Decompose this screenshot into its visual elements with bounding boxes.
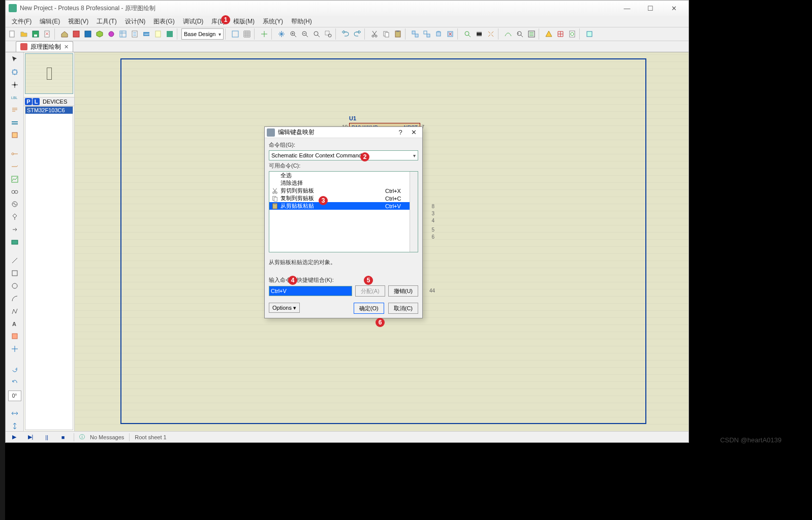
block-rotate-icon[interactable] xyxy=(433,28,444,40)
rotate-ccw-icon[interactable] xyxy=(9,378,20,388)
circle-2d-icon[interactable] xyxy=(9,281,20,291)
block-delete-icon[interactable] xyxy=(445,28,456,40)
unassign-button[interactable]: 撤销(U) xyxy=(388,285,418,297)
text-2d-icon[interactable]: A xyxy=(9,318,20,329)
list-item[interactable]: 清除选择 xyxy=(269,179,418,187)
zoom-out-icon[interactable] xyxy=(299,28,310,40)
probe-v-icon[interactable] xyxy=(9,212,20,222)
menu-system[interactable]: 系统(Y) xyxy=(259,16,287,27)
dialog-close-icon[interactable]: ✕ xyxy=(407,128,420,136)
options-button[interactable]: Options▾ xyxy=(269,303,300,313)
pause-icon[interactable]: || xyxy=(41,433,52,442)
generator-tool-icon[interactable] xyxy=(9,199,20,210)
play-icon[interactable]: ▶ xyxy=(9,433,20,442)
ide-icon[interactable] xyxy=(164,28,175,40)
paste-icon[interactable] xyxy=(392,28,403,40)
search-icon[interactable]: A xyxy=(514,28,525,40)
subcircuit-tool-icon[interactable] xyxy=(9,130,20,141)
p-button[interactable]: P xyxy=(25,98,32,105)
mirror-v-icon[interactable] xyxy=(9,420,20,431)
bus-tool-icon[interactable] xyxy=(9,117,20,128)
commands-listbox[interactable]: 全选 清除选择 剪切到剪贴板Ctrl+X 复制到剪贴板Ctrl+C 从剪贴板粘贴… xyxy=(269,171,418,252)
block-move-icon[interactable] xyxy=(421,28,432,40)
decompose-icon[interactable] xyxy=(485,28,496,40)
list-item[interactable]: STM32F103C6 xyxy=(25,107,73,114)
menu-design[interactable]: 设计(N) xyxy=(121,16,150,27)
ok-button[interactable]: 确定(O) xyxy=(354,303,384,314)
tab-schematic[interactable]: 原理图绘制 ✕ xyxy=(16,41,73,52)
pin-tool-icon[interactable] xyxy=(9,161,20,172)
grid-icon[interactable] xyxy=(241,28,253,40)
assign-button[interactable]: 分配(A) xyxy=(355,285,385,297)
3d-icon[interactable] xyxy=(94,28,105,40)
schematic-icon[interactable] xyxy=(71,28,82,40)
gerber-icon[interactable] xyxy=(106,28,117,40)
stop-icon[interactable]: ■ xyxy=(57,433,69,442)
zoom-all-icon[interactable] xyxy=(311,28,322,40)
l-button[interactable]: L xyxy=(33,98,40,105)
graph-tool-icon[interactable] xyxy=(9,174,20,184)
property-icon[interactable] xyxy=(526,28,537,40)
block-copy-icon[interactable] xyxy=(410,28,421,40)
origin-icon[interactable] xyxy=(259,28,270,40)
menu-debug[interactable]: 调试(D) xyxy=(179,16,208,27)
menu-help[interactable]: 帮助(H) xyxy=(287,16,316,27)
list-item[interactable]: 剪切到剪贴板Ctrl+X xyxy=(269,187,418,194)
terminal-tool-icon[interactable] xyxy=(9,149,20,159)
label-tool-icon[interactable]: LBL xyxy=(9,92,20,103)
menu-edit[interactable]: 编辑(E) xyxy=(36,16,64,27)
save-icon[interactable] xyxy=(30,28,41,40)
preview-pane[interactable] xyxy=(25,53,73,94)
zoom-in-icon[interactable] xyxy=(288,28,299,40)
selection-tool-icon[interactable] xyxy=(9,54,20,65)
devices-list[interactable]: STM32F103C6 xyxy=(25,106,73,430)
probe-i-icon[interactable] xyxy=(9,224,20,235)
component-tool-icon[interactable] xyxy=(9,67,20,78)
minimize-button[interactable]: — xyxy=(615,1,639,16)
redo-icon[interactable] xyxy=(352,28,363,40)
cut-icon[interactable] xyxy=(369,28,380,40)
scrollbar[interactable] xyxy=(410,172,418,252)
new-icon[interactable] xyxy=(7,28,18,40)
box-2d-icon[interactable] xyxy=(9,268,20,279)
home-icon[interactable] xyxy=(59,28,70,40)
menu-view[interactable]: 视图(V) xyxy=(64,16,92,27)
erc-icon[interactable] xyxy=(543,28,554,40)
list-item[interactable]: 全选 xyxy=(269,172,418,179)
zoom-area-icon[interactable] xyxy=(323,28,334,40)
redraw-icon[interactable] xyxy=(230,28,241,40)
rotation-angle[interactable]: 0° xyxy=(8,391,21,401)
symbol-2d-icon[interactable] xyxy=(9,331,20,342)
mirror-h-icon[interactable] xyxy=(9,408,20,418)
undo-icon[interactable] xyxy=(340,28,351,40)
path-2d-icon[interactable] xyxy=(9,306,20,316)
list-item[interactable]: 复制到剪贴板Ctrl+C xyxy=(269,194,418,202)
help-icon[interactable]: ? xyxy=(394,128,407,136)
notes-icon[interactable] xyxy=(152,28,164,40)
list-item-selected[interactable]: 从剪贴板粘贴Ctrl+V xyxy=(269,202,418,210)
menu-file[interactable]: 文件(F) xyxy=(8,16,36,27)
pick-icon[interactable] xyxy=(462,28,473,40)
pan-icon[interactable] xyxy=(276,28,287,40)
wire-auto-icon[interactable] xyxy=(503,28,514,40)
vsm-icon[interactable]: vsm xyxy=(141,28,152,40)
rotate-cw-icon[interactable] xyxy=(9,365,20,376)
command-group-combo[interactable]: Schematic Editor Context Commands ▾ xyxy=(269,150,418,160)
step-icon[interactable]: ▶| xyxy=(25,433,36,442)
bom2-icon[interactable] xyxy=(567,28,578,40)
close-button[interactable]: ✕ xyxy=(662,1,685,16)
design-selector[interactable]: Base Design▾ xyxy=(181,28,224,40)
text-script-icon[interactable] xyxy=(9,105,20,115)
menu-graph[interactable]: 图表(G) xyxy=(149,16,178,27)
copy-icon[interactable] xyxy=(381,28,392,40)
design-explorer-icon[interactable] xyxy=(117,28,129,40)
netlist-icon[interactable] xyxy=(555,28,566,40)
junction-tool-icon[interactable] xyxy=(9,80,20,90)
maximize-button[interactable]: ☐ xyxy=(639,1,662,16)
menu-tools[interactable]: 工具(T) xyxy=(92,16,120,27)
line-2d-icon[interactable] xyxy=(9,255,20,266)
bom-icon[interactable] xyxy=(129,28,140,40)
pcb-icon[interactable] xyxy=(82,28,93,40)
open-icon[interactable] xyxy=(18,28,29,40)
instrument-tool-icon[interactable] xyxy=(9,237,20,247)
